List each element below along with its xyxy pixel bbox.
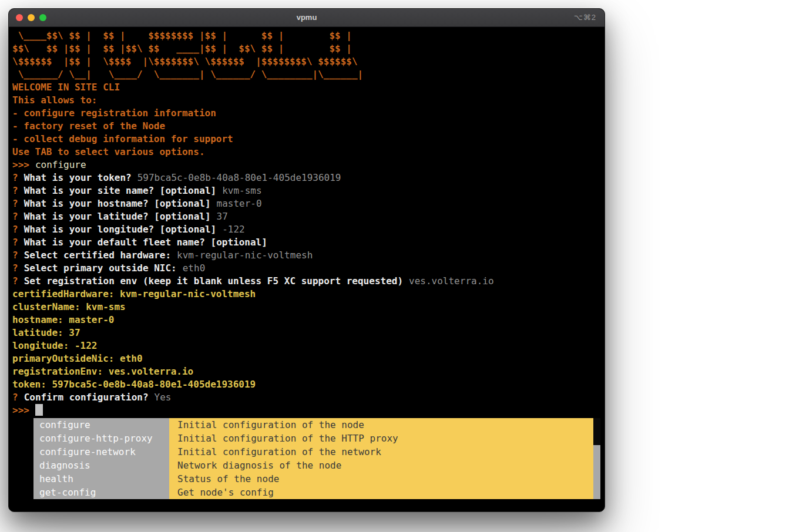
prompt-question-line: ?Select certified hardware:kvm-regular-n… [12,249,604,262]
completion-item-configure[interactable]: configureInitial configuration of the no… [33,418,600,432]
config-summary-line: registrationEnv: ves.volterra.io [12,365,604,378]
config-summary-line: primaryOutsideNic: eth0 [12,352,604,365]
completion-description: Get node's config [169,486,600,499]
question-mark: ? [12,185,18,196]
completion-menu-scrollbar[interactable] [593,418,600,499]
completion-command: configure-http-proxy [33,432,169,445]
window-shortcut-badge: ⌥⌘2 [574,9,596,26]
question-mark: ? [12,275,18,287]
prompt-symbol: >>> [12,159,29,170]
ascii-banner: \____$$\ $$ | $$ | $$$$$$$$ |$$ | $$ | $… [12,29,604,81]
intro-line: This allows to: [12,94,604,107]
completion-item-get-config[interactable]: get-configGet node's config [33,486,600,499]
prompt-symbol: >>> [12,405,29,416]
confirm-question: Confirm configuration? [24,392,149,403]
config-summary-line: clusterName: kvm-sms [12,301,604,314]
executed-command-line: >>>configure [12,159,604,171]
answer-text: eth0 [183,262,206,274]
config-summary-line: token: 597bca5c-0e8b-40a8-80e1-405de1936… [12,378,604,391]
prompt-question-line: ?What is your latitude? [optional]37 [12,210,604,223]
window-title: vpmu [9,9,604,26]
prompt-question-line: ?What is your hostname? [optional]master… [12,197,604,210]
active-prompt-line[interactable]: >>> [12,404,604,417]
intro-line: - factory reset of the Node [12,120,604,133]
question-mark: ? [12,250,18,261]
completion-command: health [33,472,169,486]
config-summary-line: longitude: -122 [12,339,604,352]
question-mark: ? [12,392,18,403]
config-summary-block: certifiedHardware: kvm-regular-nic-voltm… [12,288,604,391]
question-text: What is your latitude? [optional] [24,211,211,222]
completion-item-health[interactable]: healthStatus of the node [33,472,600,486]
completion-command: diagnosis [33,459,169,472]
answer-text: 597bca5c-0e8b-40a8-80e1-405de1936019 [137,172,341,183]
question-answer-block: ?What is your token?597bca5c-0e8b-40a8-8… [12,171,604,288]
completion-menu-rows: configureInitial configuration of the no… [33,418,600,499]
question-text: What is your default fleet name? [option… [24,237,267,248]
completion-command: configure-network [33,445,169,459]
question-text: Select certified hardware: [24,250,171,261]
completion-command: get-config [33,486,169,499]
answer-text: master-0 [217,198,262,209]
config-summary-line: certifiedHardware: kvm-regular-nic-voltm… [12,288,604,301]
question-mark: ? [12,262,18,274]
config-summary-line: latitude: 37 [12,326,604,339]
completion-command: configure [33,418,169,432]
scrollbar-thumb[interactable] [593,418,600,445]
answer-text: -122 [222,224,245,235]
answer-text: kvm-regular-nic-voltmesh [177,250,313,261]
question-mark: ? [12,172,18,183]
completion-description: Initial configuration of the network [169,445,600,459]
confirm-answer: Yes [155,392,172,403]
text-cursor [35,404,43,416]
answer-text: 37 [217,211,228,222]
titlebar[interactable]: vpmu ⌥⌘2 [9,9,604,27]
answer-text: kvm-sms [222,185,261,196]
question-mark: ? [12,211,18,222]
answer-text: ves.volterra.io [409,275,494,287]
prompt-question-line: ?What is your default fleet name? [optio… [12,236,604,249]
question-mark: ? [12,198,18,209]
prompt-question-line: ?What is your longitude? [optional]-122 [12,223,604,236]
executed-command: configure [35,159,86,170]
question-mark: ? [12,224,18,235]
prompt-question-line: ?Set registration env (keep it blank unl… [12,275,604,288]
terminal-window: vpmu ⌥⌘2 \____$$\ $$ | $$ | $$$$$$$$ |$$… [8,8,605,512]
confirm-line: ?Confirm configuration?Yes [12,391,604,404]
completion-item-configure-http-proxy[interactable]: configure-http-proxyInitial configuratio… [33,432,600,445]
question-text: What is your site name? [optional] [24,185,217,196]
desktop: vpmu ⌥⌘2 \____$$\ $$ | $$ | $$$$$$$$ |$$… [0,0,806,532]
intro-line: Use TAB to select various options. [12,146,604,159]
completion-description: Network diagnosis of the node [169,459,600,472]
prompt-question-line: ?What is your token?597bca5c-0e8b-40a8-8… [12,171,604,184]
question-text: Select primary outside NIC: [24,262,177,274]
completion-item-configure-network[interactable]: configure-networkInitial configuration o… [33,445,600,459]
intro-line: - collect debug information for support [12,133,604,146]
prompt-question-line: ?What is your site name? [optional]kvm-s… [12,184,604,197]
question-mark: ? [12,237,18,248]
question-text: What is your token? [24,172,132,183]
prompt-question-line: ?Select primary outside NIC:eth0 [12,262,604,275]
config-summary-line: hostname: master-0 [12,314,604,326]
completion-menu[interactable]: configureInitial configuration of the no… [33,418,600,499]
question-text: What is your longitude? [optional] [24,224,217,235]
intro-line: - configure registration information [12,107,604,120]
completion-description: Initial configuration of the node [169,418,600,432]
intro-block: WELCOME IN SITE CLIThis allows to:- conf… [12,81,604,159]
question-text: Set registration env (keep it blank unle… [24,275,403,287]
question-text: What is your hostname? [optional] [24,198,211,209]
completion-description: Initial configuration of the HTTP proxy [169,432,600,445]
terminal-content[interactable]: \____$$\ $$ | $$ | $$$$$$$$ |$$ | $$ | $… [9,27,604,499]
completion-item-diagnosis[interactable]: diagnosisNetwork diagnosis of the node [33,459,600,472]
completion-description: Status of the node [169,472,600,486]
intro-line: WELCOME IN SITE CLI [12,81,604,94]
